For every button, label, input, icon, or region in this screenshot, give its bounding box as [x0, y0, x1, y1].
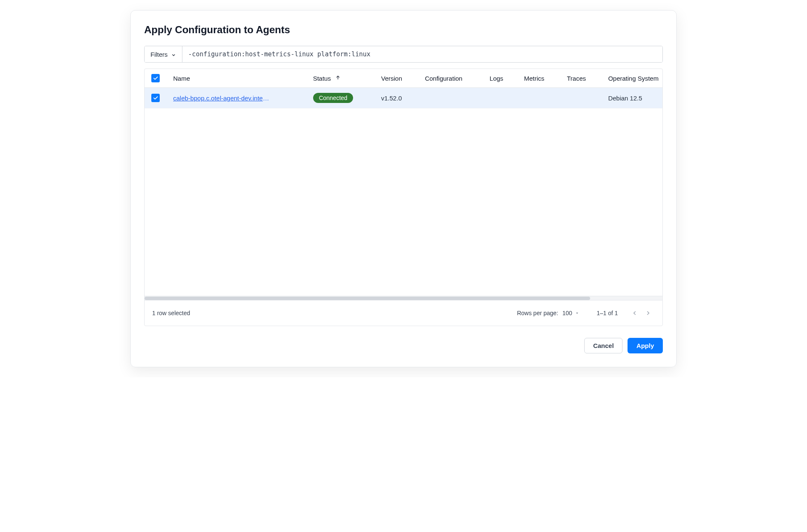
column-label: Logs	[490, 75, 504, 82]
scrollbar-thumb[interactable]	[145, 297, 590, 300]
rows-per-page-value: 100	[562, 310, 572, 316]
next-page-button[interactable]	[641, 306, 655, 320]
column-label: Configuration	[425, 75, 462, 82]
dialog-actions: Cancel Apply	[144, 338, 663, 353]
column-label: Traces	[567, 75, 586, 82]
table-row[interactable]: caleb-bpop.c.otel-agent-dev.inter… Conne…	[145, 88, 662, 108]
cell-os: Debian 12.5	[601, 88, 662, 108]
column-header-logs[interactable]: Logs	[483, 69, 517, 88]
prev-page-button[interactable]	[628, 306, 641, 320]
column-label: Operating System	[608, 75, 659, 82]
column-header-version[interactable]: Version	[374, 69, 418, 88]
agents-table: Name Status Version Configuration Logs M…	[145, 69, 662, 108]
column-header-os[interactable]: Operating System	[601, 69, 662, 88]
filter-query-input[interactable]	[182, 46, 662, 62]
cell-version: v1.52.0	[374, 88, 418, 108]
column-label: Metrics	[524, 75, 544, 82]
filter-bar: Filters	[144, 46, 663, 63]
cell-traces	[560, 88, 601, 108]
column-header-status[interactable]: Status	[306, 69, 374, 88]
rows-per-page-select[interactable]: 100	[562, 310, 580, 316]
column-label: Name	[173, 75, 190, 82]
column-label: Status	[313, 75, 331, 82]
cell-metrics	[517, 88, 560, 108]
cell-logs	[483, 88, 517, 108]
chevron-down-icon	[171, 52, 176, 57]
table-footer: 1 row selected Rows per page: 100 1–1 of…	[145, 300, 662, 326]
apply-button[interactable]: Apply	[628, 338, 663, 353]
rows-per-page-label: Rows per page:	[517, 310, 558, 316]
filters-dropdown-button[interactable]: Filters	[145, 46, 182, 62]
agents-table-scroll[interactable]: Name Status Version Configuration Logs M…	[145, 69, 662, 296]
cancel-button[interactable]: Cancel	[584, 338, 622, 353]
pagination-range: 1–1 of 1	[596, 310, 618, 316]
agent-name-link[interactable]: caleb-bpop.c.otel-agent-dev.inter…	[173, 95, 270, 102]
cell-configuration	[418, 88, 483, 108]
column-header-checkbox[interactable]	[145, 69, 166, 88]
dialog-title: Apply Configuration to Agents	[144, 24, 663, 36]
horizontal-scrollbar[interactable]	[145, 296, 662, 300]
sort-asc-icon	[335, 75, 341, 81]
column-header-metrics[interactable]: Metrics	[517, 69, 560, 88]
column-label: Version	[381, 75, 402, 82]
row-checkbox[interactable]	[151, 94, 160, 102]
agents-table-container: Name Status Version Configuration Logs M…	[144, 68, 663, 326]
select-all-checkbox[interactable]	[151, 74, 160, 82]
column-header-configuration[interactable]: Configuration	[418, 69, 483, 88]
dropdown-arrow-icon	[575, 311, 580, 316]
filters-label: Filters	[150, 51, 168, 58]
column-header-name[interactable]: Name	[166, 69, 306, 88]
status-badge: Connected	[313, 93, 353, 103]
apply-config-dialog: Apply Configuration to Agents Filters	[130, 10, 677, 367]
column-header-traces[interactable]: Traces	[560, 69, 601, 88]
selection-count: 1 row selected	[152, 310, 190, 316]
